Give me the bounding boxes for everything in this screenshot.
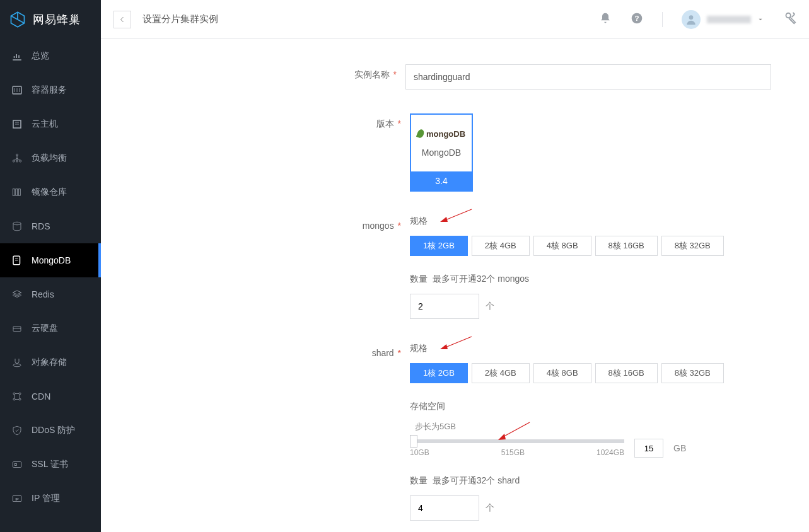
sidebar-item-lb[interactable]: 负载均衡 <box>0 141 101 175</box>
sidebar-item-label: DDoS 防护 <box>32 425 75 436</box>
sidebar-item-shield[interactable]: DDoS 防护 <box>0 413 101 448</box>
spec-option[interactable]: 2核 4GB <box>472 236 530 256</box>
mongos-label: mongos <box>363 221 394 231</box>
spec-option[interactable]: 1核 2GB <box>410 363 468 383</box>
sidebar-item-ssl[interactable]: SSL 证书 <box>0 448 101 482</box>
row-mongos: mongos * 规格 1核 2GB2核 4GB4核 8GB8核 16GB8核 … <box>328 216 771 319</box>
storage-max: 1024GB <box>597 448 624 457</box>
version-card[interactable]: mongoDB MongoDB 3.4 <box>410 113 473 192</box>
shard-spec-label: 规格 <box>410 343 771 354</box>
spec-option[interactable]: 8核 32GB <box>661 363 724 383</box>
storage-slider[interactable] <box>410 439 624 443</box>
svg-point-12 <box>13 364 21 367</box>
mongos-qty-input[interactable] <box>410 294 479 319</box>
ip-icon: IP <box>11 493 23 504</box>
user-menu[interactable] <box>682 10 764 29</box>
sidebar: 网易蜂巢 总览容器服务云主机负载均衡镜像仓库RDSMongoDBRedis云硬盘… <box>0 0 101 532</box>
redis-icon <box>11 289 23 300</box>
svg-point-23 <box>689 15 694 20</box>
sidebar-item-label: SSL 证书 <box>32 459 68 470</box>
spec-option[interactable]: 4核 8GB <box>533 363 591 383</box>
sidebar-item-label: 云主机 <box>32 119 58 130</box>
lb-icon <box>11 153 23 164</box>
svg-point-13 <box>13 393 15 395</box>
spec-option[interactable]: 8核 16GB <box>595 363 658 383</box>
svg-rect-7 <box>16 189 18 196</box>
sidebar-item-redis[interactable]: Redis <box>0 277 101 311</box>
svg-point-14 <box>19 393 21 395</box>
svg-point-2 <box>16 154 18 156</box>
caret-down-icon <box>757 16 764 23</box>
sidebar-item-label: 云硬盘 <box>32 323 58 334</box>
container-icon <box>11 84 23 96</box>
chevron-left-icon <box>119 16 126 23</box>
sidebar-item-container[interactable]: 容器服务 <box>0 73 101 107</box>
sidebar-item-label: IP 管理 <box>32 493 60 504</box>
page-title: 设置分片集群实例 <box>143 13 218 25</box>
slider-handle[interactable] <box>410 435 417 448</box>
svg-point-15 <box>13 398 15 400</box>
spec-option[interactable]: 4核 8GB <box>533 236 591 256</box>
row-version: 版本 * mongoDB MongoDB 3.4 <box>328 113 771 192</box>
sidebar-item-label: CDN <box>32 391 50 402</box>
form: 实例名称 * 版本 * mongoDB MongoDB 3.4 <box>202 39 809 532</box>
back-button[interactable] <box>113 11 131 28</box>
storage-min: 10GB <box>410 448 429 457</box>
sidebar-item-object[interactable]: 对象存储 <box>0 345 101 379</box>
svg-rect-6 <box>13 189 15 196</box>
storage-step-hint: 步长为5GB <box>415 421 771 432</box>
sidebar-item-label: RDS <box>32 221 50 231</box>
divider <box>662 12 663 27</box>
spec-option[interactable]: 8核 16GB <box>595 236 658 256</box>
content: 实例名称 * 版本 * mongoDB MongoDB 3.4 <box>202 0 809 532</box>
shard-qty-input[interactable] <box>410 495 479 521</box>
brand-text: 网易蜂巢 <box>33 12 81 27</box>
sidebar-item-label: 总览 <box>32 50 49 62</box>
shard-qty-hint: 最多可开通32个 shard <box>433 475 520 485</box>
sidebar-item-image[interactable]: 镜像仓库 <box>0 175 101 209</box>
sidebar-item-label: 对象存储 <box>32 357 67 368</box>
storage-input[interactable] <box>634 439 663 458</box>
sidebar-item-mongo[interactable]: MongoDB <box>0 243 101 277</box>
sidebar-item-label: Redis <box>32 289 54 299</box>
tools-icon[interactable] <box>783 11 796 27</box>
spec-option[interactable]: 2核 4GB <box>472 363 530 383</box>
sidebar-item-cdn[interactable]: CDN <box>0 379 101 413</box>
spec-option[interactable]: 1核 2GB <box>410 236 468 256</box>
brand-logo[interactable]: 网易蜂巢 <box>0 0 101 39</box>
mongos-qty-label: 数量 <box>410 274 428 284</box>
rds-icon <box>11 221 23 232</box>
sidebar-item-ip[interactable]: IPIP 管理 <box>0 482 101 516</box>
nav: 总览容器服务云主机负载均衡镜像仓库RDSMongoDBRedis云硬盘对象存储C… <box>0 39 101 532</box>
svg-point-9 <box>13 222 21 225</box>
sidebar-item-rds[interactable]: RDS <box>0 209 101 243</box>
storage-label: 存储空间 <box>410 401 771 412</box>
svg-rect-18 <box>15 464 16 466</box>
row-instance-name: 实例名称 * <box>328 64 771 90</box>
sidebar-item-label: 镜像仓库 <box>32 187 67 198</box>
disk-icon <box>11 323 23 334</box>
svg-rect-11 <box>13 327 21 332</box>
help-icon[interactable]: ? <box>631 12 643 26</box>
mongos-spec-label: 规格 <box>410 216 771 227</box>
sidebar-item-host[interactable]: 云主机 <box>0 107 101 141</box>
version-label: 版本 <box>376 119 394 129</box>
version-name: MongoDB <box>422 147 461 158</box>
bell-icon[interactable] <box>599 12 612 26</box>
username-blurred <box>707 16 751 23</box>
mongos-spec-group: 1核 2GB2核 4GB4核 8GB8核 16GB8核 32GB <box>410 236 771 256</box>
mongos-qty-unit: 个 <box>486 301 494 312</box>
svg-rect-17 <box>13 462 21 468</box>
ssl-icon <box>11 459 23 470</box>
instance-name-input[interactable] <box>405 64 771 90</box>
shield-icon <box>11 425 23 436</box>
spec-option[interactable]: 8核 32GB <box>661 236 724 256</box>
topbar: 设置分片集群实例 ? <box>101 0 809 39</box>
version-badge: 3.4 <box>411 171 472 190</box>
object-icon <box>11 357 23 368</box>
mongo-icon <box>11 255 23 266</box>
host-icon <box>11 119 23 130</box>
sidebar-item-disk[interactable]: 云硬盘 <box>0 311 101 345</box>
mongos-qty-hint: 最多可开通32个 mongos <box>433 274 529 284</box>
sidebar-item-chart[interactable]: 总览 <box>0 39 101 73</box>
